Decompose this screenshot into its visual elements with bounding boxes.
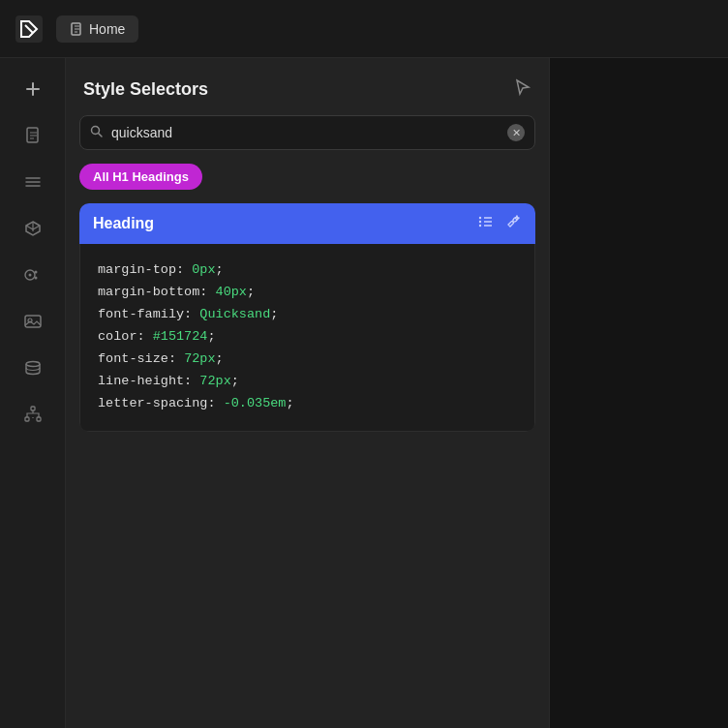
css-line-6: line-height: 72px;	[98, 371, 517, 393]
wrench-icon[interactable]	[504, 213, 522, 234]
menu-button[interactable]	[12, 161, 54, 203]
sitemap-button[interactable]	[12, 393, 54, 436]
css-line-5: font-size: 72px;	[98, 349, 517, 371]
search-box: ✕	[79, 115, 535, 150]
icon-bar	[0, 58, 66, 728]
css-line-4: color: #151724;	[98, 326, 517, 349]
app-logo	[12, 12, 46, 46]
svg-point-9	[26, 362, 40, 367]
css-line-7: letter-spacing: -0.035em;	[98, 393, 517, 415]
css-line-3: font-family: Quicksand;	[98, 304, 517, 326]
search-container: ✕	[66, 115, 549, 164]
search-input[interactable]	[111, 125, 500, 140]
tags-row: All H1 Headings	[66, 164, 549, 203]
css-code-block: margin-top: 0px; margin-bottom: 40px; fo…	[79, 244, 535, 432]
paint-button[interactable]	[12, 254, 54, 296]
add-button[interactable]	[12, 68, 54, 110]
search-clear-button[interactable]: ✕	[507, 124, 525, 141]
search-icon	[90, 125, 104, 141]
panel-header: Style Selectors	[66, 58, 549, 115]
svg-point-16	[479, 225, 481, 227]
css-line-2: margin-bottom: 40px;	[98, 282, 517, 304]
canvas-panel	[550, 58, 728, 728]
svg-rect-12	[37, 417, 41, 421]
cube-button[interactable]	[12, 207, 54, 250]
style-item-header: Heading	[79, 203, 535, 244]
panel-title: Style Selectors	[83, 79, 208, 100]
svg-point-3	[28, 274, 31, 277]
svg-rect-7	[25, 316, 41, 327]
database-button[interactable]	[12, 347, 54, 389]
svg-point-15	[479, 221, 481, 223]
document-icon	[70, 22, 83, 36]
css-line-1: margin-top: 0px;	[98, 259, 517, 282]
home-label: Home	[89, 21, 125, 37]
cursor-icon[interactable]	[512, 77, 531, 102]
home-button[interactable]: Home	[56, 15, 138, 43]
image-button[interactable]	[12, 300, 54, 343]
style-item-label: Heading	[93, 215, 154, 232]
all-h1-headings-tag[interactable]: All H1 Headings	[79, 164, 202, 190]
topbar: Home	[0, 0, 728, 58]
list-icon[interactable]	[477, 213, 495, 234]
style-item: Heading	[79, 203, 535, 432]
style-item-icons	[477, 213, 522, 234]
svg-rect-11	[25, 417, 29, 421]
svg-point-14	[479, 217, 481, 219]
svg-rect-10	[31, 407, 35, 410]
document-nav-button[interactable]	[12, 114, 54, 157]
main-layout: Style Selectors ✕	[0, 58, 728, 728]
style-selectors-panel: Style Selectors ✕	[66, 58, 550, 728]
